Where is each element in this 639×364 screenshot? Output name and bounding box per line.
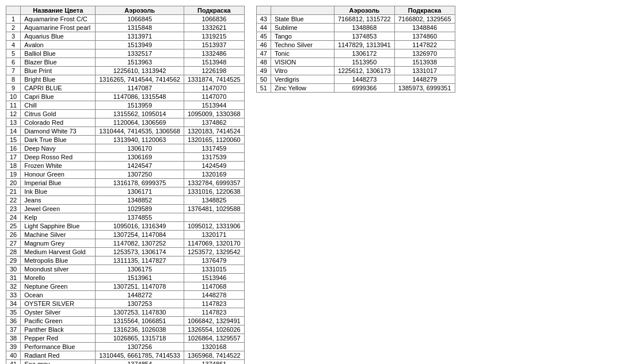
podkraska-val: 1332621 bbox=[184, 24, 244, 32]
table-row: 36Pacific Green1315564, 10668511066842, … bbox=[6, 317, 245, 325]
table-row: 11Chill15139591513944 bbox=[6, 101, 245, 110]
aerosol-val: 1374854 bbox=[96, 360, 184, 365]
aerosol-val: 1306169 bbox=[96, 153, 184, 162]
color-name: Blazer Blue bbox=[21, 58, 96, 67]
color-name: Jeans bbox=[21, 196, 96, 205]
row-num: 50 bbox=[256, 75, 271, 84]
aerosol-val: 1513963 bbox=[96, 58, 184, 67]
row-num: 30 bbox=[6, 265, 21, 274]
color-name: Aquarius Blue bbox=[21, 32, 96, 41]
table-row: 38Pepper Red1026865, 13157181026864, 132… bbox=[6, 334, 245, 343]
table-row: 37Panther Black1316236, 10260381326554, … bbox=[6, 325, 245, 334]
left-header-aerosol: Аэрозоль bbox=[96, 6, 184, 15]
table-row: 40Radiant Red1310445, 6661785, 741453313… bbox=[6, 351, 245, 360]
row-num: 29 bbox=[6, 256, 21, 265]
color-name: Capri Blue bbox=[21, 93, 96, 101]
table-row: 48VISION15139501513938 bbox=[256, 58, 455, 67]
podkraska-val: 1513937 bbox=[184, 41, 244, 49]
aerosol-val: 1306175 bbox=[96, 265, 184, 274]
podkraska-val: 1147823 bbox=[184, 300, 244, 308]
color-name: Vitro bbox=[271, 67, 334, 75]
podkraska-val: 1513948 bbox=[184, 58, 244, 67]
aerosol-val: 1313971 bbox=[96, 32, 184, 41]
table-row: 8Bright Blue1316265, 7414544, 7414562133… bbox=[6, 75, 245, 84]
right-header-podkraska: Подкраска bbox=[394, 6, 455, 15]
row-num: 10 bbox=[6, 93, 21, 101]
row-num: 16 bbox=[6, 144, 21, 153]
aerosol-val: 1448272 bbox=[96, 291, 184, 300]
row-num: 9 bbox=[6, 84, 21, 93]
table-row: 45Tango13748531374860 bbox=[256, 32, 455, 41]
color-name: Dark True Blue bbox=[21, 136, 96, 144]
row-num: 13 bbox=[6, 118, 21, 127]
podkraska-val: 1226198 bbox=[184, 67, 244, 75]
row-num: 33 bbox=[6, 291, 21, 300]
podkraska-val: 1326554, 1026026 bbox=[184, 325, 244, 334]
table-row: 41Sea grey13748541374861 bbox=[6, 360, 245, 365]
podkraska-val: 1448279 bbox=[394, 75, 455, 84]
podkraska-val: 1066836 bbox=[184, 15, 244, 24]
aerosol-val: 1310444, 7414535, 1306568 bbox=[96, 127, 184, 136]
color-name: Oyster Silver bbox=[21, 308, 96, 317]
table-row: 19Honour Green13072501320169 bbox=[6, 170, 245, 179]
left-header-podkraska: Подкраска bbox=[184, 6, 244, 15]
aerosol-val: 1315564, 1066851 bbox=[96, 317, 184, 325]
table-row: 39Performance Blue13072561320168 bbox=[6, 343, 245, 351]
table-row: 46Techno Silver1147829, 13139411147822 bbox=[256, 41, 455, 49]
aerosol-val: 6999366 bbox=[334, 84, 394, 93]
aerosol-val: 1306170 bbox=[96, 144, 184, 153]
color-name: Bright Blue bbox=[21, 75, 96, 84]
table-row: 28Medium Harvest Gold1253573, 1306174125… bbox=[6, 248, 245, 256]
podkraska-val: 1332486 bbox=[184, 49, 244, 58]
aerosol-val: 1147086, 1315548 bbox=[96, 93, 184, 101]
row-num: 41 bbox=[6, 360, 21, 365]
aerosol-val: 1225610, 1313942 bbox=[96, 67, 184, 75]
aerosol-val: 1225612, 1306173 bbox=[334, 67, 394, 75]
color-name: Verdigris bbox=[271, 75, 334, 84]
table-row: 30Moondust silver13061751331015 bbox=[6, 265, 245, 274]
table-row: 17Deep Rosso Red13061691317539 bbox=[6, 153, 245, 162]
color-name: OYSTER SILVER bbox=[21, 300, 96, 308]
table-row: 31Morello15139611513946 bbox=[6, 274, 245, 282]
row-num: 39 bbox=[6, 343, 21, 351]
aerosol-val: 1311135, 1147827 bbox=[96, 256, 184, 265]
row-num: 34 bbox=[6, 300, 21, 308]
podkraska-val: 1147070 bbox=[184, 84, 244, 93]
podkraska-val: 1147822 bbox=[394, 41, 455, 49]
aerosol-val: 1448273 bbox=[334, 75, 394, 84]
row-num: 28 bbox=[6, 248, 21, 256]
aerosol-val: 1306172 bbox=[334, 49, 394, 58]
row-num: 7 bbox=[6, 67, 21, 75]
row-num: 19 bbox=[6, 170, 21, 179]
color-name: CAPRI BLUE bbox=[21, 84, 96, 93]
color-name: Tonic bbox=[271, 49, 334, 58]
podkraska-val: 1374861 bbox=[184, 360, 244, 365]
aerosol-val: 1315562, 1095014 bbox=[96, 110, 184, 118]
table-row: 6Blazer Blue15139631513948 bbox=[6, 58, 245, 67]
podkraska-val: 1374860 bbox=[394, 32, 455, 41]
table-row: 24Kelp1374855 bbox=[6, 213, 245, 222]
podkraska-val: 7166802, 1329565 bbox=[394, 15, 455, 24]
color-name: Performance Blue bbox=[21, 343, 96, 351]
podkraska-val: 1320165, 1120060 bbox=[184, 136, 244, 144]
table-row: 1Aquamarine Frost C/C10668451066836 bbox=[6, 15, 245, 24]
row-num: 31 bbox=[6, 274, 21, 282]
podkraska-val: 1320183, 7414524 bbox=[184, 127, 244, 136]
podkraska-val: 1376479 bbox=[184, 256, 244, 265]
table-row: 29Metropolis Blue1311135, 11478271376479 bbox=[6, 256, 245, 265]
podkraska-val: 1317539 bbox=[184, 153, 244, 162]
table-row: 7Blue Print1225610, 13139421226198 bbox=[6, 67, 245, 75]
color-name: Pepper Red bbox=[21, 334, 96, 343]
podkraska-val: 1320169 bbox=[184, 170, 244, 179]
aerosol-val: 1147829, 1313941 bbox=[334, 41, 394, 49]
row-num: 11 bbox=[6, 101, 21, 110]
podkraska-val: 1253572, 1329542 bbox=[184, 248, 244, 256]
color-name: Ink Blue bbox=[21, 187, 96, 196]
table-row: 4Avalon15139491513937 bbox=[6, 41, 245, 49]
row-num: 15 bbox=[6, 136, 21, 144]
color-name: State Blue bbox=[271, 15, 334, 24]
color-name: Medium Harvest Gold bbox=[21, 248, 96, 256]
podkraska-val: 1332784, 6999357 bbox=[184, 179, 244, 187]
row-num: 20 bbox=[6, 179, 21, 187]
aerosol-val: 1315848 bbox=[96, 24, 184, 32]
